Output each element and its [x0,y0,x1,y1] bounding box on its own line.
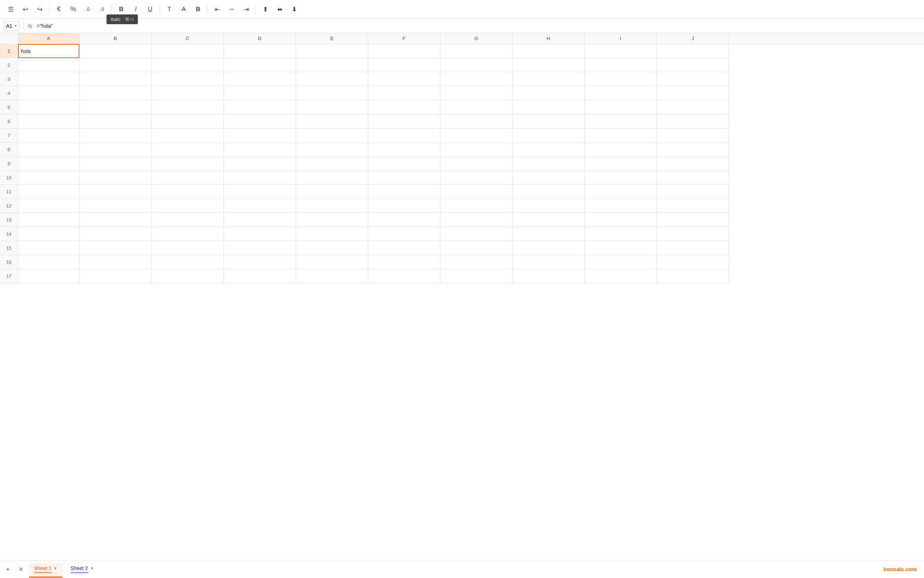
cell-A7[interactable] [18,128,80,143]
cell-E10[interactable] [296,170,368,185]
cell-J6[interactable] [657,114,729,128]
cell-F12[interactable] [368,199,440,213]
cell-F6[interactable] [368,114,440,128]
cell-C8[interactable] [151,143,224,157]
bold-button[interactable]: B [115,3,128,16]
row-num-8[interactable]: 8 [0,143,18,157]
formula-input[interactable]: ="hola" [37,23,920,29]
cell-F8[interactable] [368,143,440,157]
row-num-15[interactable]: 15 [0,241,18,255]
cell-C17[interactable] [151,269,224,283]
cell-F2[interactable] [368,58,440,72]
cell-H1[interactable] [512,44,585,58]
cell-H16[interactable] [512,255,585,269]
cell-D10[interactable] [224,170,296,185]
cell-H8[interactable] [512,143,585,157]
comma-button[interactable]: ,0 [81,3,94,16]
cell-I7[interactable] [585,128,657,143]
cell-H15[interactable] [512,241,585,255]
cell-J11[interactable] [657,185,729,199]
align-right-button[interactable]: ⇥ [240,3,253,16]
cell-E1[interactable] [296,44,368,58]
cell-D3[interactable] [224,72,296,86]
cell-J8[interactable] [657,143,729,157]
row-num-3[interactable]: 3 [0,72,18,86]
cell-C4[interactable] [151,86,224,100]
cell-G6[interactable] [440,114,512,128]
row-num-6[interactable]: 6 [0,114,18,128]
cell-E15[interactable] [296,241,368,255]
cell-A14[interactable] [18,227,80,241]
cell-B12[interactable] [80,199,151,213]
cell-H2[interactable] [512,58,585,72]
cell-G16[interactable] [440,255,512,269]
cell-E16[interactable] [296,255,368,269]
cell-A8[interactable] [18,143,80,157]
cell-E11[interactable] [296,185,368,199]
row-num-17[interactable]: 17 [0,269,18,283]
cell-I4[interactable] [585,86,657,100]
cell-I13[interactable] [585,213,657,227]
cell-A3[interactable] [18,72,80,86]
cell-E6[interactable] [296,114,368,128]
cell-F9[interactable] [368,157,440,170]
cell-F14[interactable] [368,227,440,241]
cell-J9[interactable] [657,157,729,170]
cell-B15[interactable] [80,241,151,255]
cell-E5[interactable] [296,100,368,114]
cell-C13[interactable] [151,213,224,227]
cell-D11[interactable] [224,185,296,199]
cell-H9[interactable] [512,157,585,170]
cell-C10[interactable] [151,170,224,185]
valign-middle-button[interactable]: ⬌ [273,3,286,16]
cell-I14[interactable] [585,227,657,241]
cell-G10[interactable] [440,170,512,185]
underline-button[interactable]: U [144,3,157,16]
cell-I10[interactable] [585,170,657,185]
cell-I5[interactable] [585,100,657,114]
cell-C9[interactable] [151,157,224,170]
cell-J14[interactable] [657,227,729,241]
col-header-D[interactable]: D [224,33,296,44]
cell-E17[interactable] [296,269,368,283]
row-num-14[interactable]: 14 [0,227,18,241]
cell-A4[interactable] [18,86,80,100]
cell-B5[interactable] [80,100,151,114]
cell-G1[interactable] [440,44,512,58]
row-num-2[interactable]: 2 [0,58,18,72]
cell-I17[interactable] [585,269,657,283]
cell-C14[interactable] [151,227,224,241]
currency-button[interactable]: € [52,3,65,16]
cell-F10[interactable] [368,170,440,185]
cell-J17[interactable] [657,269,729,283]
cell-H11[interactable] [512,185,585,199]
cell-B13[interactable] [80,213,151,227]
col-header-B[interactable]: B [80,33,151,44]
cell-A16[interactable] [18,255,80,269]
cell-A13[interactable] [18,213,80,227]
col-header-H[interactable]: H [512,33,585,44]
row-num-5[interactable]: 5 [0,100,18,114]
col-header-I[interactable]: I [585,33,657,44]
cell-B2[interactable] [80,58,151,72]
valign-bottom-button[interactable]: ⬇ [288,3,301,16]
cell-I8[interactable] [585,143,657,157]
cell-J3[interactable] [657,72,729,86]
strikethrough-button[interactable]: A [177,3,190,16]
cell-G5[interactable] [440,100,512,114]
row-num-4[interactable]: 4 [0,86,18,100]
cell-A9[interactable] [18,157,80,170]
cell-G14[interactable] [440,227,512,241]
cell-G12[interactable] [440,199,512,213]
redo-button[interactable]: ↪ [33,3,46,16]
cell-C7[interactable] [151,128,224,143]
cell-F17[interactable] [368,269,440,283]
cell-F4[interactable] [368,86,440,100]
row-num-12[interactable]: 12 [0,199,18,213]
cell-D12[interactable] [224,199,296,213]
cell-C3[interactable] [151,72,224,86]
menu-button[interactable]: ☰ [4,3,17,16]
italic-button[interactable]: I [129,3,142,16]
cell-D15[interactable] [224,241,296,255]
cell-D16[interactable] [224,255,296,269]
